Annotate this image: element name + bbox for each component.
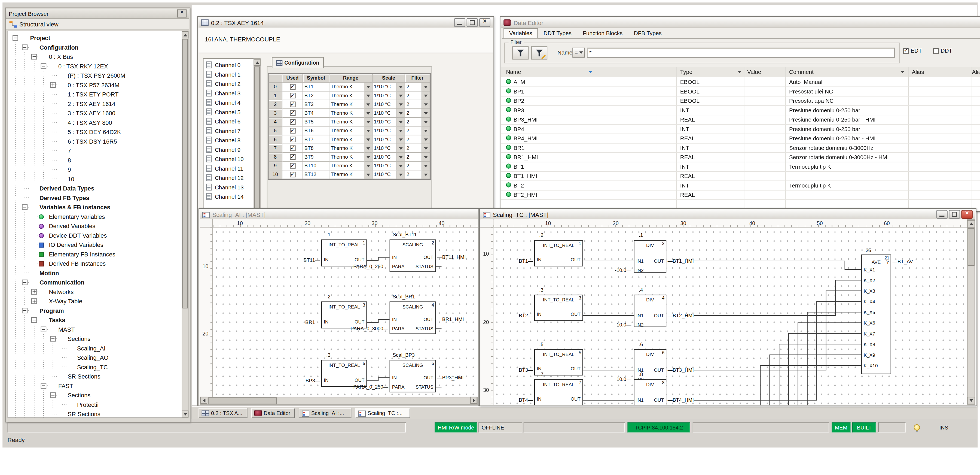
channel-list-item[interactable]: Channel 11 <box>205 164 253 173</box>
edt-checkbox-box[interactable] <box>903 48 909 54</box>
collapse-icon[interactable] <box>41 383 46 389</box>
vertical-scrollbar[interactable] <box>967 219 975 405</box>
tree-item[interactable]: 0 : X Bus <box>9 52 181 62</box>
column-header[interactable]: Type <box>680 69 692 75</box>
tree-item[interactable]: Networks <box>9 287 181 296</box>
range-dropdown[interactable] <box>364 171 373 179</box>
range-dropdown[interactable] <box>364 83 373 92</box>
module-config-titlebar[interactable]: 0.2 : TSX AEY 1614 <box>199 18 493 28</box>
channel-list-item[interactable]: Channel 3 <box>205 88 253 98</box>
tree-item[interactable]: 0 : TSX P57 2634M <box>9 80 181 90</box>
symbol-cell[interactable]: BT4 <box>303 109 329 118</box>
scroll-down-arrow[interactable] <box>967 397 975 405</box>
scale-cell[interactable]: 1/10 °C <box>373 162 397 171</box>
tree-item[interactable]: SR Sections <box>9 372 181 381</box>
channel-list-item[interactable]: Channel 2 <box>205 79 253 89</box>
variable-row[interactable]: BT2_HMIREAL <box>501 190 980 200</box>
tree-item[interactable]: 7 <box>9 146 181 156</box>
filter-dropdown[interactable] <box>422 109 430 118</box>
tree-item[interactable]: Project <box>9 33 181 43</box>
scroll-thumb[interactable] <box>968 228 975 266</box>
channel-list-item[interactable]: Channel 14 <box>205 192 253 201</box>
structural-view-bar[interactable]: Structural view <box>6 19 189 30</box>
variable-row[interactable]: BP3_HMIREALPresiune domeniu 0-250 bar - … <box>501 115 980 125</box>
range-dropdown[interactable] <box>364 100 373 109</box>
window-tab[interactable]: 0.2 : TSX A... <box>199 408 247 418</box>
tree-item[interactable]: Scaling_AI <box>9 343 181 353</box>
tree-item[interactable]: 3 : TSX AEY 1600 <box>9 108 181 118</box>
filter-dropdown[interactable] <box>422 144 430 153</box>
tree-item[interactable]: FAST <box>9 381 181 391</box>
scale-dropdown[interactable] <box>397 162 405 171</box>
scaling-tc-titlebar[interactable]: Scaling_TC : [MAST] <box>480 209 975 220</box>
tree-item[interactable]: 8 <box>9 155 181 165</box>
range-dropdown[interactable] <box>364 92 373 100</box>
name-filter-input[interactable] <box>587 48 895 58</box>
scale-dropdown[interactable] <box>397 144 405 153</box>
tree-item[interactable]: Configuration <box>9 43 181 52</box>
variable-row[interactable]: BR1_HMIREALSenzor rotatie domeniu 0-3000… <box>501 152 980 163</box>
tree-item[interactable]: Sections <box>9 391 181 400</box>
sort-icon[interactable] <box>589 71 592 73</box>
variable-row[interactable]: BP1EBOOLPresostat ulei NC <box>501 86 980 96</box>
scroll-up-arrow[interactable] <box>254 59 261 66</box>
tree-item[interactable]: Protectii <box>9 400 181 409</box>
scale-dropdown[interactable] <box>397 171 405 179</box>
filter-button[interactable] <box>512 46 528 59</box>
used-checkbox[interactable] <box>290 137 296 142</box>
data-editor-titlebar[interactable]: Data Editor <box>501 18 980 28</box>
symbol-cell[interactable]: BT1 <box>303 83 329 92</box>
scale-cell[interactable]: 1/10 °C <box>373 171 397 179</box>
scroll-down-arrow[interactable] <box>181 411 188 418</box>
used-cell[interactable] <box>282 109 303 118</box>
used-checkbox[interactable] <box>290 128 296 134</box>
range-dropdown[interactable] <box>364 162 373 171</box>
range-dropdown[interactable] <box>364 144 373 153</box>
tree-item[interactable]: MAST <box>9 325 181 334</box>
tree-item[interactable]: Scaling_AO <box>9 353 181 362</box>
scroll-up-arrow[interactable] <box>181 31 188 38</box>
tree-item[interactable]: Motion <box>9 268 181 278</box>
close-icon[interactable] <box>177 10 187 18</box>
filter-dropdown[interactable] <box>422 153 430 162</box>
scale-dropdown[interactable] <box>397 109 405 118</box>
window-tab[interactable]: Scaling_TC :... <box>355 408 410 418</box>
used-checkbox[interactable] <box>290 145 296 151</box>
collapse-icon[interactable] <box>50 392 56 398</box>
used-cell[interactable] <box>282 83 303 92</box>
scale-cell[interactable]: 1/10 °C <box>373 135 397 144</box>
range-cell[interactable]: Thermo K <box>329 83 364 92</box>
channel-list-item[interactable]: Channel 0 <box>205 60 253 70</box>
collapse-icon[interactable] <box>41 63 46 69</box>
ddt-checkbox[interactable]: DDT <box>933 48 952 54</box>
used-checkbox[interactable] <box>290 163 296 169</box>
scale-dropdown[interactable] <box>397 135 405 144</box>
symbol-cell[interactable]: BT10 <box>303 162 329 171</box>
used-cell[interactable] <box>282 100 303 109</box>
filter-dropdown[interactable] <box>422 127 430 135</box>
column-header[interactable]: Name <box>506 69 521 75</box>
channel-list-item[interactable]: Channel 4 <box>205 98 253 107</box>
close-button[interactable] <box>961 210 973 219</box>
filter-cell[interactable]: 2 <box>405 92 422 100</box>
range-cell[interactable]: Thermo K <box>329 144 364 153</box>
variable-row[interactable]: BR1INTSenzor rotatie domeniu 0-3000Hz <box>501 143 980 153</box>
filter-dropdown[interactable] <box>422 92 430 100</box>
range-cell[interactable]: Thermo K <box>329 109 364 118</box>
tab-dfb-types[interactable]: DFB Types <box>628 28 667 38</box>
minimize-button[interactable] <box>936 210 948 219</box>
tab-function-blocks[interactable]: Function Blocks <box>577 28 628 38</box>
used-checkbox[interactable] <box>290 119 296 125</box>
used-cell[interactable] <box>282 135 303 144</box>
tree-item[interactable]: (P) : TSX PSY 2600M <box>9 71 181 80</box>
tree-item[interactable]: 10 <box>9 174 181 184</box>
scale-dropdown[interactable] <box>397 153 405 162</box>
variable-row[interactable]: BT2INTTermocuplu tip K <box>501 180 980 190</box>
window-tab[interactable]: Data Editor <box>251 408 295 418</box>
tree-item[interactable]: 4 : TSX ASY 800 <box>9 118 181 127</box>
scale-cell[interactable]: 1/10 °C <box>373 144 397 153</box>
scale-dropdown[interactable] <box>397 118 405 126</box>
scroll-thumb[interactable] <box>208 397 277 404</box>
variable-row[interactable]: BT1_HMIREAL <box>501 171 980 181</box>
tree-item[interactable]: Device DDT Variables <box>9 231 181 240</box>
